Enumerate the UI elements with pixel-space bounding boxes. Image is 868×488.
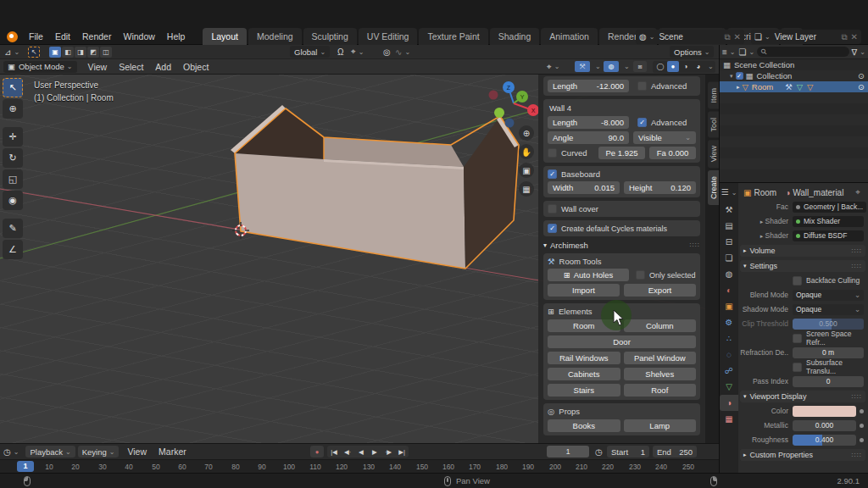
- shading-material-button[interactable]: ◑: [680, 61, 692, 72]
- navigation-gizmo[interactable]: Z Y X: [483, 76, 544, 129]
- wall4-angle-field[interactable]: Angle90.0: [548, 131, 629, 144]
- outliner-filter-button[interactable]: ∇⌄: [852, 47, 865, 57]
- menu-render[interactable]: Render: [76, 29, 117, 44]
- scene-selector[interactable]: ◍⌄ Scene ⧉ ✕: [636, 30, 744, 44]
- shelves-button[interactable]: Shelves: [624, 368, 697, 380]
- wall4-pe-field[interactable]: Pe 1.925: [598, 147, 645, 159]
- only-selected-checkbox[interactable]: [636, 270, 645, 280]
- outliner-row-room[interactable]: ▸ ▽ Room ⚒ ▽ ▽ ⊙: [720, 81, 868, 92]
- xray-toggle[interactable]: ⧈: [633, 61, 647, 72]
- tab-view-layer-properties[interactable]: ❏: [720, 250, 738, 266]
- tool-annotate[interactable]: ✎: [3, 219, 23, 238]
- select-mode-subtract-button[interactable]: ◨: [75, 47, 86, 58]
- keying-dropdown[interactable]: Keying⌄: [78, 446, 120, 458]
- show-gizmos-toggle[interactable]: ⤧: [575, 61, 590, 72]
- metallic-field[interactable]: 0.000: [793, 420, 856, 431]
- shading-wireframe-button[interactable]: ◯: [654, 61, 666, 72]
- ortho-toggle-button[interactable]: ▦: [519, 181, 534, 197]
- wall4-curved-checkbox[interactable]: [548, 148, 557, 158]
- tab-world-properties[interactable]: ◐: [720, 282, 738, 298]
- screen-space-refraction-checkbox[interactable]: [793, 334, 802, 343]
- falloff-button[interactable]: ∿⌄: [395, 47, 410, 57]
- breadcrumb-material[interactable]: Wall_material: [793, 188, 843, 197]
- tab-tool[interactable]: Tool: [708, 112, 719, 138]
- start-frame-field[interactable]: Start1: [607, 446, 649, 458]
- playback-dropdown[interactable]: Playback⌄: [25, 446, 75, 458]
- next-keyframe-button[interactable]: ∙▶: [381, 446, 395, 458]
- workspace-tab-animation[interactable]: Animation: [541, 28, 598, 45]
- rail-windows-button[interactable]: Rail Windows: [548, 352, 620, 364]
- tab-constraints-properties[interactable]: ☍: [720, 363, 738, 379]
- viewport-display-panel-header[interactable]: ▾Viewport Display∷∷: [740, 391, 865, 402]
- axis-neg-y-ball[interactable]: [494, 108, 504, 118]
- shadow-mode-dropdown[interactable]: Opaque⌄: [793, 304, 864, 315]
- workspace-tab-texture-paint[interactable]: Texture Paint: [419, 28, 487, 45]
- transform-orientation-dropdown[interactable]: Global⌄: [290, 46, 330, 58]
- viewport-3d[interactable]: User Perspective (1) Collection | Room ↖…: [0, 75, 719, 443]
- tab-scene-properties[interactable]: ◍: [720, 266, 738, 282]
- baseboard-width-field[interactable]: Width0.015: [548, 181, 620, 194]
- custom-properties-panel-header[interactable]: ▸Custom Properties∷∷: [740, 449, 865, 461]
- play-button[interactable]: ▶: [368, 446, 381, 458]
- expand-icon[interactable]: ▸: [760, 219, 764, 225]
- breadcrumb-object[interactable]: Room: [754, 188, 776, 197]
- fac-input[interactable]: Geometry | Back...: [793, 202, 866, 213]
- chevron-down-icon[interactable]: ⌄: [624, 63, 630, 70]
- properties-editor-type-button[interactable]: ☰⌄: [720, 183, 738, 202]
- menu-select[interactable]: Select: [113, 59, 149, 75]
- tab-physics-properties[interactable]: ◌: [720, 347, 738, 363]
- wall3-length-field[interactable]: Length-12.000: [548, 80, 629, 92]
- jump-to-end-button[interactable]: ▶|: [395, 446, 409, 458]
- current-frame-field[interactable]: 1: [547, 446, 589, 458]
- previous-keyframe-button[interactable]: ◀∙: [341, 446, 354, 458]
- zoom-button[interactable]: ⊕: [519, 125, 534, 141]
- workspace-tab-shading[interactable]: Shading: [490, 28, 540, 45]
- cabinets-button[interactable]: Cabinets: [548, 368, 620, 380]
- chevron-down-icon[interactable]: ⌄: [708, 63, 714, 70]
- snap-target-button[interactable]: ⌖⌄: [351, 47, 364, 57]
- select-mode-extend-button[interactable]: ◧: [62, 47, 74, 58]
- auto-holes-button[interactable]: ⊞Auto Holes: [548, 269, 629, 281]
- expand-icon[interactable]: ▾: [730, 73, 733, 80]
- playhead[interactable]: 1: [17, 461, 34, 472]
- tool-cursor[interactable]: ⊕: [3, 99, 23, 119]
- room-front-wall[interactable]: [235, 153, 465, 269]
- stairs-button[interactable]: Stairs: [548, 384, 620, 396]
- tab-texture-properties[interactable]: ▦: [720, 411, 738, 427]
- menu-object[interactable]: Object: [177, 59, 214, 75]
- refraction-depth-field[interactable]: 0 m: [793, 347, 864, 358]
- tab-modifier-properties[interactable]: ⚙: [720, 314, 738, 330]
- collection-checkbox[interactable]: ✓: [736, 72, 743, 80]
- pan-button[interactable]: ✋: [519, 144, 534, 159]
- eye-icon[interactable]: ⊙: [858, 71, 865, 80]
- tool-scale[interactable]: ◱: [3, 169, 23, 189]
- timeline-ruler[interactable]: 1 10 20 30 40 50 60 70 80 90 100 110 120…: [0, 459, 719, 474]
- tab-particles-properties[interactable]: ∴: [720, 330, 738, 347]
- copy-icon[interactable]: ⧉: [724, 32, 730, 42]
- expand-icon[interactable]: ▸: [760, 233, 764, 239]
- workspace-tab-modeling[interactable]: Modeling: [248, 28, 302, 45]
- lamp-button[interactable]: Lamp: [624, 419, 697, 432]
- tab-object-data-properties[interactable]: ▽: [720, 379, 738, 395]
- subsurface-translucency-checkbox[interactable]: [793, 363, 802, 372]
- select-mode-intersect-button[interactable]: ◫: [100, 47, 112, 58]
- menu-help[interactable]: Help: [161, 29, 192, 44]
- tab-view[interactable]: View: [708, 140, 719, 168]
- cycles-materials-checkbox[interactable]: ✓: [548, 224, 557, 233]
- timeline-menu-marker[interactable]: Marker: [153, 444, 192, 459]
- wall3-advanced-checkbox[interactable]: [637, 81, 647, 91]
- tab-tool-properties[interactable]: ⚒: [720, 202, 738, 218]
- backface-culling-checkbox[interactable]: [793, 276, 802, 286]
- mesh-data-icon[interactable]: ▽: [797, 82, 803, 92]
- panel-window-button[interactable]: Panel Window: [624, 352, 697, 364]
- tab-output-properties[interactable]: ⊟: [720, 234, 738, 250]
- shading-solid-button[interactable]: ●: [667, 61, 679, 72]
- gizmo-visibility-button[interactable]: ⌖⌄: [547, 62, 559, 72]
- tab-render-properties[interactable]: ▤: [720, 218, 738, 234]
- active-tool-button[interactable]: ↖: [28, 47, 40, 58]
- blender-logo-icon[interactable]: [7, 31, 18, 42]
- menu-edit[interactable]: Edit: [49, 29, 76, 44]
- eye-icon[interactable]: ⊙: [858, 82, 865, 92]
- tool-move[interactable]: ✛: [3, 127, 23, 147]
- shader1-input[interactable]: Mix Shader: [793, 216, 864, 227]
